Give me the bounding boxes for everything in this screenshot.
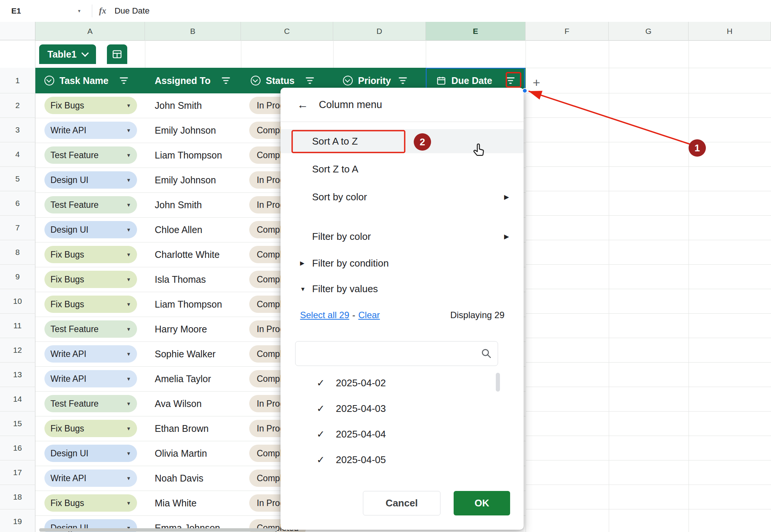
column-header[interactable]: B	[145, 22, 241, 40]
task-chip[interactable]: Write API▼	[44, 345, 137, 363]
chevron-down-icon: ▼	[126, 103, 131, 108]
assignee-cell[interactable]: Sophie Walker	[155, 342, 216, 366]
row-header[interactable]: 12	[0, 338, 35, 363]
filter-value-item[interactable]: ✓ 2025-04-02	[280, 370, 524, 396]
column-header[interactable]: G	[609, 22, 689, 40]
assignee-cell[interactable]: Chloe Allen	[155, 218, 202, 242]
select-all-corner[interactable]	[0, 22, 35, 40]
row-header[interactable]: 19	[0, 509, 35, 532]
task-chip[interactable]: Design UI▼	[44, 171, 137, 189]
filter-icon[interactable]	[398, 76, 408, 85]
task-chip[interactable]: Test Feature▼	[44, 320, 137, 338]
row-header[interactable]: 1	[0, 68, 35, 93]
name-box[interactable]: E1 ▼	[0, 0, 85, 22]
column-header[interactable]: H	[689, 22, 771, 40]
filter-value-item[interactable]: ✓ 2025-04-05	[280, 447, 524, 473]
row-header[interactable]: 16	[0, 436, 35, 460]
assignee-cell[interactable]: John Smith	[155, 193, 202, 217]
task-chip[interactable]: Design UI▼	[44, 221, 137, 238]
task-chip[interactable]: Fix Bugs▼	[44, 246, 137, 263]
task-chip[interactable]: Test Feature▼	[44, 146, 137, 164]
assignee-cell[interactable]: Ava Wilson	[155, 392, 202, 416]
cancel-button[interactable]: Cancel	[363, 491, 440, 515]
task-chip[interactable]: Design UI▼	[44, 445, 137, 462]
assignee-cell[interactable]: Mia White	[155, 491, 197, 515]
task-chip[interactable]: Test Feature▼	[44, 395, 137, 412]
assignee-cell[interactable]: Charlotte White	[155, 242, 219, 267]
column-header-selected[interactable]: E	[426, 22, 526, 40]
row-header[interactable]: 4	[0, 142, 35, 167]
menu-item-sort-a-to-z[interactable]: Sort A to Z	[280, 129, 524, 153]
row-header[interactable]: 8	[0, 240, 35, 265]
assignee-cell[interactable]: Liam Thompson	[155, 143, 222, 168]
name-box-dropdown-icon[interactable]: ▼	[77, 9, 81, 13]
row-header[interactable]: 18	[0, 485, 35, 509]
task-chip[interactable]: Write API▼	[44, 470, 137, 487]
menu-item-sort-by-color[interactable]: Sort by color ▶	[280, 185, 524, 209]
filter-icon[interactable]	[221, 76, 231, 85]
task-chip[interactable]: Fix Bugs▼	[44, 420, 137, 437]
assignee-cell[interactable]: Emily Johnson	[155, 168, 216, 192]
select-all-link[interactable]: Select all 29	[300, 310, 349, 320]
ok-button[interactable]: OK	[454, 491, 510, 515]
row-header[interactable]: 5	[0, 167, 35, 191]
assignee-cell[interactable]: Isla Thomas	[155, 267, 206, 292]
row-header[interactable]: 10	[0, 289, 35, 314]
row-header[interactable]: 17	[0, 460, 35, 485]
column-header[interactable]: C	[241, 22, 333, 40]
assignee-cell[interactable]: John Smith	[155, 93, 202, 118]
task-chip[interactable]: Fix Bugs▼	[44, 97, 137, 114]
row-header[interactable]: 2	[0, 93, 35, 118]
filter-icon[interactable]	[305, 76, 315, 85]
divider	[280, 122, 524, 122]
column-header[interactable]: F	[526, 22, 609, 40]
column-header[interactable]: D	[333, 22, 426, 40]
filter-value-item[interactable]: ✓ 2025-04-03	[280, 396, 524, 421]
filter-icon[interactable]	[119, 76, 129, 85]
filter-value-item[interactable]: ✓ 2025-04-04	[280, 421, 524, 447]
scrollbar-thumb[interactable]	[496, 373, 500, 392]
row-header[interactable]: 11	[0, 314, 35, 338]
assignee-cell[interactable]: Harry Moore	[155, 317, 207, 341]
search-input[interactable]	[296, 341, 498, 366]
table-header-task-name[interactable]: Task Name	[35, 68, 145, 93]
assignee-cell[interactable]: Ethan Brown	[155, 416, 209, 441]
menu-item-filter-by-condition[interactable]: ▶ Filter by condition	[280, 251, 524, 275]
horizontal-scrollbar[interactable]	[39, 528, 277, 532]
task-chip[interactable]: Fix Bugs▼	[44, 271, 137, 288]
add-column-button[interactable]: +	[529, 75, 544, 90]
menu-item-filter-by-values[interactable]: ▼ Filter by values	[280, 277, 524, 301]
assignee-cell[interactable]: Emily Johnson	[155, 118, 216, 143]
task-chip[interactable]: Fix Bugs▼	[44, 296, 137, 313]
filter-icon-due-date[interactable]	[506, 76, 515, 85]
assignee-cell[interactable]: Amelia Taylor	[155, 367, 211, 391]
menu-item-filter-by-color[interactable]: Filter by color ▶	[280, 224, 524, 248]
row-header[interactable]: 13	[0, 363, 35, 387]
row-header[interactable]: 9	[0, 265, 35, 289]
table-header-assigned-to[interactable]: Assigned To	[145, 68, 241, 93]
row-header[interactable]: 7	[0, 216, 35, 240]
fill-handle[interactable]	[522, 88, 527, 93]
menu-item-sort-z-to-a[interactable]: Sort Z to A	[280, 157, 524, 181]
row-header[interactable]: 14	[0, 387, 35, 412]
formula-input[interactable]: Due Date	[114, 6, 149, 16]
column-header[interactable]: A	[35, 22, 145, 40]
assignee-cell[interactable]: Olivia Martin	[155, 441, 207, 466]
assignee-cell[interactable]: Liam Thompson	[155, 292, 222, 317]
row-header-blank	[0, 40, 35, 68]
table-options-button[interactable]	[107, 44, 127, 64]
back-icon[interactable]: ←	[297, 98, 308, 111]
chip-label: Fix Bugs	[50, 299, 84, 309]
task-chip[interactable]: Write API▼	[44, 122, 137, 139]
task-chip[interactable]: Fix Bugs▼	[44, 494, 137, 512]
row-header[interactable]: 15	[0, 412, 35, 436]
clear-link[interactable]: Clear	[358, 310, 380, 320]
calendar-icon	[436, 76, 446, 85]
assignee-cell[interactable]: Noah Davis	[155, 466, 203, 491]
task-chip[interactable]: Test Feature▼	[44, 196, 137, 213]
row-header[interactable]: 6	[0, 191, 35, 216]
task-chip[interactable]: Write API▼	[44, 370, 137, 387]
chevron-down-icon: ▼	[126, 426, 131, 431]
table-name-button[interactable]: Table1	[39, 44, 96, 64]
row-header[interactable]: 3	[0, 118, 35, 142]
